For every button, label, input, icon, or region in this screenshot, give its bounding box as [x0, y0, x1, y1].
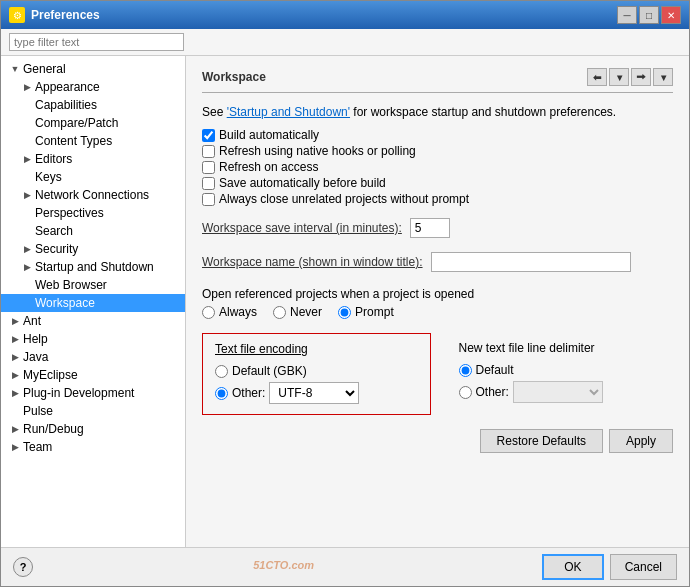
- restore-defaults-button[interactable]: Restore Defaults: [480, 429, 603, 453]
- line-delimiter-title: New text file line delimiter: [459, 341, 662, 355]
- enc-default-radio[interactable]: [215, 365, 228, 378]
- action-buttons: Restore Defaults Apply: [202, 423, 673, 459]
- filter-input[interactable]: [9, 33, 184, 51]
- prompt-label: Prompt: [355, 305, 394, 319]
- save-interval-input[interactable]: [410, 218, 450, 238]
- never-radio[interactable]: [273, 306, 286, 319]
- sidebar-label-web: Web Browser: [35, 278, 107, 292]
- sidebar-item-keys[interactable]: Keys: [1, 168, 185, 186]
- sidebar-label-pulse: Pulse: [23, 404, 53, 418]
- sidebar-item-web-browser[interactable]: Web Browser: [1, 276, 185, 294]
- sidebar-item-team[interactable]: Team: [1, 438, 185, 456]
- build-auto-checkbox[interactable]: [202, 129, 215, 142]
- title-buttons: ─ □ ✕: [617, 6, 681, 24]
- prompt-radio[interactable]: [338, 306, 351, 319]
- sidebar-item-appearance[interactable]: Appearance: [1, 78, 185, 96]
- nav-back-button[interactable]: ⬅: [587, 68, 607, 86]
- intro-text: See: [202, 105, 227, 119]
- arrow-appearance: [21, 81, 33, 93]
- ok-button[interactable]: OK: [542, 554, 603, 580]
- sidebar-item-help[interactable]: Help: [1, 330, 185, 348]
- bottom-bar: ? 51CTO.com OK Cancel: [1, 547, 689, 586]
- checkbox-refresh-access: Refresh on access: [202, 159, 673, 175]
- always-radio[interactable]: [202, 306, 215, 319]
- arrow-startup: [21, 261, 33, 273]
- delim-default-radio[interactable]: [459, 364, 472, 377]
- startup-shutdown-link[interactable]: 'Startup and Shutdown': [227, 105, 350, 119]
- open-projects-title: Open referenced projects when a project …: [202, 287, 673, 301]
- panel-title-text: Workspace: [202, 70, 266, 84]
- sidebar-item-run-debug[interactable]: Run/Debug: [1, 420, 185, 438]
- sidebar-item-network[interactable]: Network Connections: [1, 186, 185, 204]
- bottom-right: OK Cancel: [542, 554, 677, 580]
- apply-button[interactable]: Apply: [609, 429, 673, 453]
- checkbox-refresh-native: Refresh using native hooks or polling: [202, 143, 673, 159]
- sidebar-label-appearance: Appearance: [35, 80, 100, 94]
- arrow-help: [9, 333, 21, 345]
- save-interval-label: Workspace save interval (in minutes):: [202, 221, 402, 235]
- sidebar-label-security: Security: [35, 242, 78, 256]
- save-before-build-checkbox[interactable]: [202, 177, 215, 190]
- sidebar-item-content-types[interactable]: Content Types: [1, 132, 185, 150]
- sidebar-item-pulse[interactable]: Pulse: [1, 402, 185, 420]
- sidebar-item-ant[interactable]: Ant: [1, 312, 185, 330]
- sidebar-item-general[interactable]: General: [1, 60, 185, 78]
- checkbox-build-auto: Build automatically: [202, 127, 673, 143]
- arrow-run: [9, 423, 21, 435]
- arrow-editors: [21, 153, 33, 165]
- sidebar-label-workspace: Workspace: [35, 296, 95, 310]
- sidebar-item-workspace[interactable]: Workspace: [1, 294, 185, 312]
- sidebar-label-ant: Ant: [23, 314, 41, 328]
- minimize-button[interactable]: ─: [617, 6, 637, 24]
- never-option[interactable]: Never: [273, 305, 322, 319]
- close-button[interactable]: ✕: [661, 6, 681, 24]
- cancel-button[interactable]: Cancel: [610, 554, 677, 580]
- title-bar-left: ⚙ Preferences: [9, 7, 100, 23]
- refresh-access-checkbox[interactable]: [202, 161, 215, 174]
- enc-other-radio[interactable]: [215, 387, 228, 400]
- close-unrelated-checkbox[interactable]: [202, 193, 215, 206]
- refresh-native-checkbox[interactable]: [202, 145, 215, 158]
- nav-dropdown2-button[interactable]: ▾: [653, 68, 673, 86]
- sidebar-item-plugin-dev[interactable]: Plug-in Development: [1, 384, 185, 402]
- sidebar-item-compare-patch[interactable]: Compare/Patch: [1, 114, 185, 132]
- encoding-title: Text file encoding: [215, 342, 418, 356]
- title-bar: ⚙ Preferences ─ □ ✕: [1, 1, 689, 29]
- encoding-delimiter-section: Text file encoding Default (GBK) Other: …: [202, 333, 673, 415]
- nav-dropdown-button[interactable]: ▾: [609, 68, 629, 86]
- help-button[interactable]: ?: [13, 557, 33, 577]
- sidebar-item-search[interactable]: Search: [1, 222, 185, 240]
- sidebar-item-capabilities[interactable]: Capabilities: [1, 96, 185, 114]
- sidebar-item-myeclipse[interactable]: MyEclipse: [1, 366, 185, 384]
- workspace-name-input[interactable]: [431, 252, 631, 272]
- arrow-myeclipse: [9, 369, 21, 381]
- encoding-dropdown[interactable]: UTF-8 UTF-16 ISO-8859-1 GBK: [269, 382, 359, 404]
- build-auto-label: Build automatically: [219, 128, 319, 142]
- enc-other-label: Other:: [232, 386, 265, 400]
- sidebar-item-security[interactable]: Security: [1, 240, 185, 258]
- preferences-window: ⚙ Preferences ─ □ ✕ General Appearance: [0, 0, 690, 587]
- always-label: Always: [219, 305, 257, 319]
- checkbox-save-before-build: Save automatically before build: [202, 175, 673, 191]
- checkboxes-section: Build automatically Refresh using native…: [202, 127, 673, 207]
- sidebar-item-perspectives[interactable]: Perspectives: [1, 204, 185, 222]
- intro-line: See 'Startup and Shutdown' for workspace…: [202, 105, 673, 119]
- always-option[interactable]: Always: [202, 305, 257, 319]
- open-projects-options: Always Never Prompt: [202, 305, 673, 319]
- delim-other-radio[interactable]: [459, 386, 472, 399]
- workspace-name-row: Workspace name (shown in window title):: [202, 249, 673, 275]
- workspace-name-label: Workspace name (shown in window title):: [202, 255, 423, 269]
- nav-forward-button[interactable]: ⮕: [631, 68, 651, 86]
- sidebar-item-startup[interactable]: Startup and Shutdown: [1, 258, 185, 276]
- prompt-option[interactable]: Prompt: [338, 305, 394, 319]
- delimiter-dropdown[interactable]: [513, 381, 603, 403]
- sidebar-label-plugin: Plug-in Development: [23, 386, 134, 400]
- window-title: Preferences: [31, 8, 100, 22]
- sidebar-label-editors: Editors: [35, 152, 72, 166]
- sidebar-label-keys: Keys: [35, 170, 62, 184]
- maximize-button[interactable]: □: [639, 6, 659, 24]
- sidebar-label-content: Content Types: [35, 134, 112, 148]
- sidebar-item-editors[interactable]: Editors: [1, 150, 185, 168]
- line-delimiter-box: New text file line delimiter Default Oth…: [447, 333, 674, 415]
- sidebar-item-java[interactable]: Java: [1, 348, 185, 366]
